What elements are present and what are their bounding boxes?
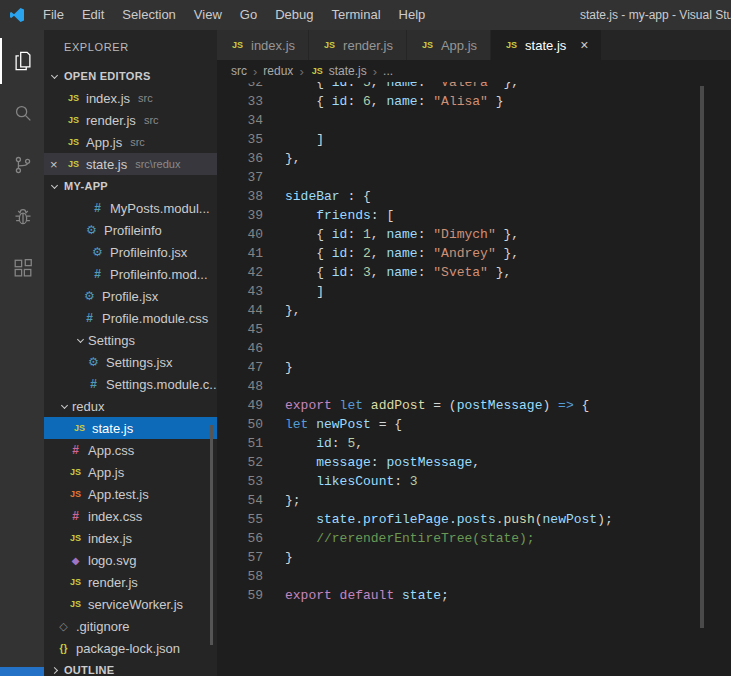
line-number[interactable]: 33 <box>217 92 263 111</box>
code-line-40[interactable]: 40 { id: 1, name: "Dimych" }, <box>217 225 731 244</box>
code-line-59[interactable]: 59export default state; <box>217 586 731 605</box>
line-number[interactable]: 52 <box>217 453 263 472</box>
line-number[interactable]: 59 <box>217 586 263 605</box>
line-number[interactable]: 48 <box>217 377 263 396</box>
tree-item-Profileinfo[interactable]: ⚙Profileinfo <box>44 219 217 241</box>
tree-item-serviceWorker.js[interactable]: JSserviceWorker.js <box>44 593 217 615</box>
tab-render.js[interactable]: JSrender.js <box>309 30 407 60</box>
tree-item-package-lock.json[interactable]: {}package-lock.json <box>44 637 217 659</box>
code-line-48[interactable]: 48 <box>217 377 731 396</box>
line-number[interactable]: 54 <box>217 491 263 510</box>
extensions-icon[interactable] <box>0 246 44 292</box>
code-line-53[interactable]: 53 likesCount: 3 <box>217 472 731 491</box>
line-number[interactable]: 36 <box>217 149 263 168</box>
menu-view[interactable]: View <box>185 0 231 30</box>
close-icon[interactable]: × <box>580 37 588 53</box>
code-line-47[interactable]: 47} <box>217 358 731 377</box>
line-number[interactable]: 42 <box>217 263 263 282</box>
menu-go[interactable]: Go <box>231 0 266 30</box>
code-line-55[interactable]: 55 state.profilePage.posts.push(newPost)… <box>217 510 731 529</box>
tree-item-Settings[interactable]: Settings <box>44 329 217 351</box>
code-line-56[interactable]: 56 //rerenderEntireTree(state); <box>217 529 731 548</box>
tree-item-App.js[interactable]: JSApp.js <box>44 461 217 483</box>
tree-item-.gitignore[interactable]: ◇.gitignore <box>44 615 217 637</box>
line-number[interactable]: 41 <box>217 244 263 263</box>
code-line-42[interactable]: 42 { id: 3, name: "Sveta" }, <box>217 263 731 282</box>
line-number[interactable]: 56 <box>217 529 263 548</box>
debug-icon[interactable] <box>0 194 44 240</box>
code-line-41[interactable]: 41 { id: 2, name: "Andrey" }, <box>217 244 731 263</box>
menu-selection[interactable]: Selection <box>113 0 184 30</box>
tab-index.js[interactable]: JSindex.js <box>217 30 309 60</box>
open-editor-App.js[interactable]: JSApp.jssrc <box>44 131 217 153</box>
open-editor-index.js[interactable]: JSindex.jssrc <box>44 87 217 109</box>
code-line-37[interactable]: 37 <box>217 168 731 187</box>
open-editor-state.js[interactable]: ×JSstate.jssrc\redux <box>44 153 217 175</box>
line-number[interactable]: 37 <box>217 168 263 187</box>
explorer-icon[interactable] <box>0 38 44 84</box>
tree-item-logo.svg[interactable]: ◆logo.svg <box>44 549 217 571</box>
code-line-58[interactable]: 58 <box>217 567 731 586</box>
tab-state.js[interactable]: JSstate.js× <box>491 30 602 60</box>
line-number[interactable]: 40 <box>217 225 263 244</box>
tree-item-index.js[interactable]: JSindex.js <box>44 527 217 549</box>
line-number[interactable]: 47 <box>217 358 263 377</box>
tree-item-Profile.module.css[interactable]: #Profile.module.css <box>44 307 217 329</box>
code-line-38[interactable]: 38sideBar : { <box>217 187 731 206</box>
line-number[interactable]: 46 <box>217 339 263 358</box>
tree-item-render.js[interactable]: JSrender.js <box>44 571 217 593</box>
menu-help[interactable]: Help <box>390 0 435 30</box>
menu-terminal[interactable]: Terminal <box>322 0 389 30</box>
code-line-44[interactable]: 44}, <box>217 301 731 320</box>
menu-edit[interactable]: Edit <box>73 0 113 30</box>
open-editors-header[interactable]: OPEN EDITORS <box>44 65 217 87</box>
tree-item-App.css[interactable]: #App.css <box>44 439 217 461</box>
line-number[interactable]: 45 <box>217 320 263 339</box>
tree-item-App.test.js[interactable]: JSApp.test.js <box>44 483 217 505</box>
code-line-52[interactable]: 52 message: postMessage, <box>217 453 731 472</box>
tree-item-Settings.module.c...[interactable]: #Settings.module.c... <box>44 373 217 395</box>
code-line-54[interactable]: 54}; <box>217 491 731 510</box>
line-number[interactable]: 53 <box>217 472 263 491</box>
sidebar-scrollbar[interactable] <box>210 425 213 645</box>
code-line-57[interactable]: 57} <box>217 548 731 567</box>
search-icon[interactable] <box>0 90 44 136</box>
line-number[interactable]: 44 <box>217 301 263 320</box>
code-line-43[interactable]: 43 ] <box>217 282 731 301</box>
tree-item-Profileinfo.mod...[interactable]: #Profileinfo.mod... <box>44 263 217 285</box>
menu-debug[interactable]: Debug <box>266 0 322 30</box>
project-header[interactable]: MY-APP <box>44 175 217 197</box>
menu-file[interactable]: File <box>34 0 73 30</box>
code-line-33[interactable]: 33 { id: 6, name: "Alisa" } <box>217 92 731 111</box>
source-control-icon[interactable] <box>0 142 44 188</box>
line-number[interactable]: 32 <box>217 82 263 92</box>
line-number[interactable]: 51 <box>217 434 263 453</box>
line-number[interactable]: 35 <box>217 130 263 149</box>
outline-header[interactable]: OUTLINE <box>44 659 217 676</box>
code-line-39[interactable]: 39 friends: [ <box>217 206 731 225</box>
line-number[interactable]: 39 <box>217 206 263 225</box>
code-line-51[interactable]: 51 id: 5, <box>217 434 731 453</box>
tree-item-state.js[interactable]: JSstate.js <box>44 417 217 439</box>
code-line-45[interactable]: 45 <box>217 320 731 339</box>
tree-item-Profile.jsx[interactable]: ⚙Profile.jsx <box>44 285 217 307</box>
editor-scrollbar[interactable] <box>700 86 704 628</box>
code-line-36[interactable]: 36}, <box>217 149 731 168</box>
breadcrumb-item[interactable]: redux <box>263 64 293 78</box>
breadcrumb-item[interactable]: JSstate.js <box>310 64 367 78</box>
close-icon[interactable]: × <box>50 157 58 172</box>
code-line-50[interactable]: 50let newPost = { <box>217 415 731 434</box>
tree-item-MyPosts.modul...[interactable]: #MyPosts.modul... <box>44 197 217 219</box>
line-number[interactable]: 34 <box>217 111 263 130</box>
tree-item-redux[interactable]: redux <box>44 395 217 417</box>
line-number[interactable]: 55 <box>217 510 263 529</box>
open-editor-render.js[interactable]: JSrender.jssrc <box>44 109 217 131</box>
line-number[interactable]: 57 <box>217 548 263 567</box>
tab-App.js[interactable]: JSApp.js <box>407 30 491 60</box>
line-number[interactable]: 58 <box>217 567 263 586</box>
line-number[interactable]: 49 <box>217 396 263 415</box>
breadcrumb-item[interactable]: src <box>231 64 247 78</box>
line-number[interactable]: 43 <box>217 282 263 301</box>
line-number[interactable]: 50 <box>217 415 263 434</box>
code-line-46[interactable]: 46 <box>217 339 731 358</box>
